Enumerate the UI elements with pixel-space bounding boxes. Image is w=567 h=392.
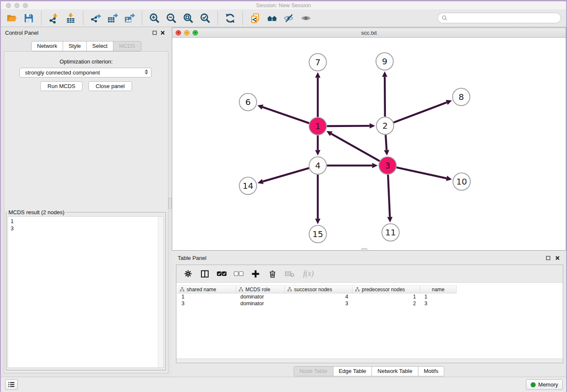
graph-node-15[interactable]: 15 [309,226,327,243]
table-cell[interactable]: 4 [285,293,352,300]
tab-motifs[interactable]: Motifs [418,366,444,376]
table-cell[interactable]: 1 [352,293,420,300]
svg-text:3: 3 [385,160,391,171]
table-cell[interactable]: 1 [177,293,236,300]
zoom-selected-button[interactable] [197,11,214,26]
graph-node-4[interactable]: 4 [309,157,327,174]
tab-edge-table[interactable]: Edge Table [333,366,372,376]
table-row[interactable]: 1dominator411 [177,293,563,300]
float-table-panel-button[interactable] [545,255,551,261]
delete-table-button[interactable] [282,267,297,281]
horizontal-splitter-handle[interactable] [361,248,367,251]
graph-edge-2-3[interactable] [384,135,389,155]
export-table-button[interactable] [104,11,121,26]
column-header-shared-name[interactable]: shared name [177,285,236,293]
close-panel-button[interactable] [160,30,165,36]
column-header-MCDS-role[interactable]: MCDS role [236,285,285,293]
tab-network-table[interactable]: Network Table [372,366,418,376]
show-all-networks-button[interactable] [264,11,281,26]
zoom-in-button[interactable] [146,11,163,26]
tab-select[interactable]: Select [86,41,113,51]
graph-edge-1-6[interactable] [257,105,309,123]
export-network-button[interactable] [87,11,104,26]
graph-edge-3-11[interactable] [387,174,393,222]
clone-network-button[interactable] [247,11,264,26]
graph-edge-2-9[interactable] [382,71,388,116]
toolbar-separator [142,11,142,25]
main-toolbar [1,9,566,27]
graph-edge-1-7[interactable] [315,72,321,117]
graph-edge-3-10[interactable] [396,168,452,181]
export-image-button[interactable] [121,11,138,26]
graph-node-10[interactable]: 10 [453,173,471,190]
column-header-successor-nodes[interactable]: successor nodes [285,285,352,293]
table-cell[interactable]: dominator [236,293,285,300]
task-history-button[interactable] [5,379,18,390]
select-all-button[interactable] [215,267,229,281]
graph-node-3[interactable]: 3 [379,157,396,174]
svg-text:11: 11 [385,227,396,237]
graph-edge-1-2[interactable] [327,123,375,129]
graph-node-14[interactable]: 14 [239,177,257,195]
function-builder-button[interactable]: f(x) [299,267,318,281]
column-header-predecessor-nodes[interactable]: predecessor nodes [352,285,420,293]
import-network-button[interactable] [45,11,62,26]
graph-node-11[interactable]: 11 [382,224,399,241]
column-header-name[interactable]: name [420,285,457,293]
select-all-icon [217,271,227,277]
close-table-panel-button[interactable] [554,255,560,261]
vertical-splitter-handle[interactable] [168,198,172,209]
deselect-all-button[interactable] [231,267,246,281]
show-all-button[interactable] [297,11,314,26]
float-panel-button[interactable] [151,30,157,36]
graph-node-8[interactable]: 8 [453,88,470,106]
table-cell[interactable]: dominator [236,300,285,307]
memory-button[interactable]: Memory [526,379,563,390]
svg-text:6: 6 [245,97,251,107]
table-settings-button[interactable] [181,267,195,281]
hide-eye-icon [284,13,295,24]
toggle-panel-button[interactable] [198,267,212,281]
graph-node-2[interactable]: 2 [377,117,394,135]
graph-edge-1-4[interactable] [315,135,321,156]
import-table-button[interactable] [62,11,79,26]
table-body: 1dominator4113dominator323 [177,293,563,307]
zoom-fit-button[interactable] [180,11,197,26]
graph-node-9[interactable]: 9 [376,53,394,70]
graph-edge-4-15[interactable] [315,175,321,224]
graph-node-7[interactable]: 7 [309,54,327,71]
result-scrollbar[interactable] [158,217,163,367]
close-panel-button-2[interactable]: Close panel [88,81,132,91]
graph-node-1[interactable]: 1 [309,118,327,135]
hide-selected-button[interactable] [281,11,297,26]
tab-style[interactable]: Style [63,41,87,51]
table-cell[interactable]: 3 [285,300,352,307]
graph-edge-4-14[interactable] [258,168,309,184]
mcds-result-area: 1 3 [8,216,164,368]
save-session-button[interactable] [20,11,37,26]
graph-edge-2-8[interactable] [394,100,452,122]
refresh-button[interactable] [222,11,239,26]
tab-network[interactable]: Network [31,41,63,51]
tab-node-table[interactable]: Node Table [294,366,333,376]
graph-node-6[interactable]: 6 [239,94,257,111]
add-column-button[interactable] [248,267,263,281]
network-window-titlebar[interactable]: × − + scc.txt [172,28,566,38]
table-cell[interactable]: 1 [420,293,457,300]
network-graph: 7968124314101511 [172,38,566,250]
optimization-criterion-select[interactable]: strongly connected component [19,68,151,77]
mcds-result-text[interactable]: 1 3 [8,217,157,367]
search-input[interactable] [448,15,561,21]
network-canvas[interactable]: 7968124314101511 [172,38,566,250]
run-mcds-button[interactable]: Run MCDS [40,81,83,91]
table-row[interactable]: 3dominator323 [177,300,563,307]
table-cell[interactable]: 3 [177,300,236,307]
graph-edge-4-3[interactable] [327,163,378,168]
graph-edge-3-1[interactable] [326,131,380,161]
table-cell[interactable]: 3 [420,300,457,307]
open-session-button[interactable] [3,11,20,26]
zoom-out-button[interactable] [163,11,180,26]
delete-column-button[interactable] [265,267,280,281]
table-cell[interactable]: 2 [352,300,420,307]
tab-mcds[interactable]: MCDS [113,41,141,51]
